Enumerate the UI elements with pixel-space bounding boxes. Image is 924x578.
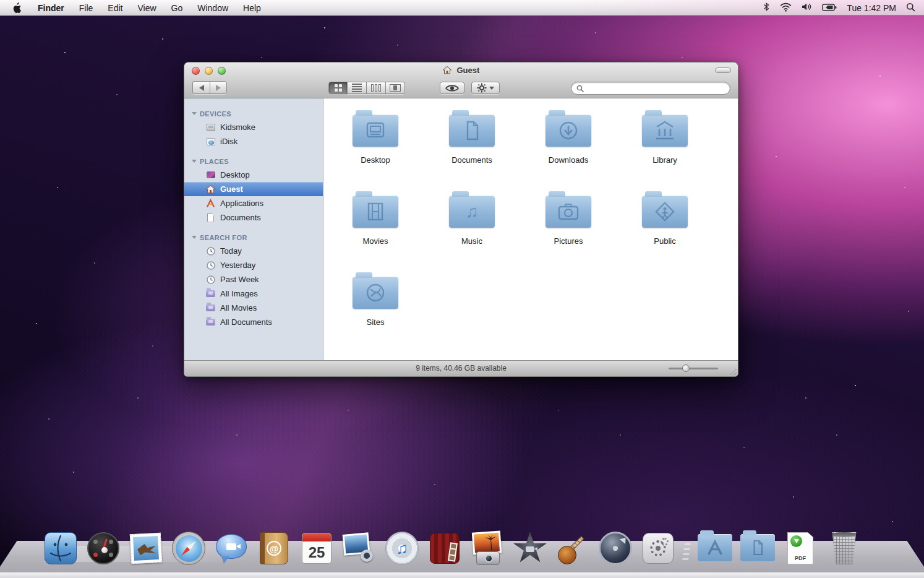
sidebar-item-idisk[interactable]: iDisk — [184, 134, 323, 149]
volume-icon[interactable] — [802, 2, 812, 13]
toolbar-toggle-pill[interactable] — [715, 67, 731, 73]
folder-item-library[interactable]: Library — [617, 107, 713, 188]
window-title: Guest — [184, 66, 738, 75]
sidebar-item-past-week[interactable]: Past Week — [184, 272, 323, 287]
folder-item-downloads[interactable]: Downloads — [520, 107, 617, 188]
folder-item-pictures[interactable]: Pictures — [520, 188, 617, 269]
sidebar-item-all-movies[interactable]: All Movies — [184, 301, 323, 315]
search-icon — [576, 85, 584, 92]
library-glyph-icon — [654, 120, 676, 141]
chevron-down-icon — [489, 87, 494, 90]
dock-trash-icon[interactable] — [826, 531, 863, 566]
sidebar-item-kidsmoke[interactable]: Kidsmoke — [184, 120, 323, 134]
menu-window[interactable]: Window — [190, 0, 236, 16]
forward-arrow-icon — [216, 85, 221, 91]
dock-mail-icon[interactable] — [129, 531, 163, 566]
back-button[interactable] — [192, 81, 210, 94]
menu-finder[interactable]: Finder — [30, 0, 72, 16]
desktop-folder-glyph-icon — [364, 120, 387, 141]
dock-photo-booth-icon[interactable] — [427, 531, 462, 566]
icon-view-button[interactable] — [328, 82, 348, 94]
dock-time-machine-icon[interactable] — [598, 531, 633, 566]
dock-finder-icon[interactable] — [43, 531, 78, 566]
dock-dashboard-icon[interactable] — [86, 531, 121, 566]
clock-icon — [205, 274, 216, 285]
search-field[interactable] — [571, 82, 730, 95]
sidebar-item-all-images[interactable]: All Images — [184, 287, 323, 301]
spotlight-icon[interactable] — [906, 2, 915, 14]
search-input[interactable] — [587, 84, 725, 93]
menu-edit[interactable]: Edit — [100, 0, 130, 16]
dock-system-preferences-icon[interactable] — [641, 531, 675, 566]
dock-pdf-document-icon[interactable]: PDF — [783, 531, 818, 566]
dock-applications-folder-icon[interactable] — [698, 531, 732, 566]
apple-menu-icon[interactable] — [12, 2, 22, 13]
dock-preview-icon[interactable] — [342, 531, 377, 566]
smart-folder-icon — [205, 303, 216, 313]
computer-icon — [205, 122, 216, 132]
status-text: 9 items, 40.46 GB available — [184, 364, 738, 373]
menu-bar: Finder File Edit View Go Window Help Tue… — [0, 0, 924, 16]
home-icon — [443, 66, 451, 74]
sidebar-item-applications[interactable]: Applications — [184, 196, 323, 210]
dock-garageband-icon[interactable] — [555, 531, 590, 566]
folder-item-movies[interactable]: Movies — [327, 188, 424, 269]
dock-ical-icon[interactable]: 25 — [299, 531, 334, 566]
folder-item-documents[interactable]: Documents — [424, 107, 520, 188]
disclosure-triangle-icon[interactable] — [192, 112, 197, 115]
status-bar: 9 items, 40.46 GB available — [184, 360, 738, 376]
sidebar-item-desktop[interactable]: Desktop — [184, 168, 323, 182]
list-view-button[interactable] — [348, 82, 367, 94]
forward-button[interactable] — [210, 81, 227, 94]
public-glyph-icon — [654, 201, 676, 223]
menu-view[interactable]: View — [130, 0, 163, 16]
menu-bar-clock[interactable]: Tue 1:42 PM — [847, 3, 896, 13]
menu-help[interactable]: Help — [236, 0, 268, 16]
finder-window: Guest — [184, 62, 738, 377]
smart-folder-icon — [205, 317, 216, 327]
slider-knob[interactable] — [682, 364, 690, 372]
folder-item-music[interactable]: ♫ Music — [424, 188, 520, 269]
disclosure-triangle-icon[interactable] — [192, 236, 197, 239]
dock-iphoto-icon[interactable] — [470, 531, 505, 566]
desktop-wallpaper: Finder File Edit View Go Window Help Tue… — [0, 0, 924, 578]
dock-separator — [682, 537, 691, 566]
document-glyph-icon — [461, 120, 483, 141]
sidebar-item-all-documents[interactable]: All Documents — [184, 315, 323, 329]
menu-go[interactable]: Go — [164, 0, 190, 16]
dock-itunes-icon[interactable]: ♫ — [385, 531, 419, 566]
dock-ichat-icon[interactable] — [214, 531, 249, 566]
icon-size-slider[interactable] — [669, 368, 718, 369]
bluetooth-icon[interactable] — [763, 2, 770, 14]
sidebar-item-today[interactable]: Today — [184, 244, 323, 258]
action-menu-button[interactable] — [471, 82, 500, 94]
battery-icon[interactable] — [822, 3, 837, 13]
coverflow-view-button[interactable] — [386, 82, 405, 94]
folder-item-desktop[interactable]: Desktop — [327, 107, 424, 188]
music-glyph-icon: ♫ — [466, 203, 479, 220]
wifi-icon[interactable] — [780, 2, 792, 14]
menu-file[interactable]: File — [72, 0, 101, 16]
home-icon — [205, 184, 216, 194]
folder-item-sites[interactable]: Sites — [327, 269, 424, 350]
ical-date: 25 — [302, 541, 331, 563]
clock-icon — [205, 260, 216, 270]
sidebar-item-guest[interactable]: Guest — [184, 182, 323, 196]
coverflow-view-icon — [390, 84, 401, 92]
column-view-button[interactable] — [367, 82, 386, 94]
finder-sidebar: DEVICES Kidsmoke iDisk PLACES Deskt — [184, 98, 323, 360]
quick-look-button[interactable] — [440, 82, 464, 94]
back-arrow-icon — [199, 85, 204, 91]
finder-toolbar — [184, 79, 738, 98]
dock-address-book-icon[interactable]: @ — [257, 531, 291, 566]
list-view-icon — [352, 84, 362, 92]
sidebar-item-yesterday[interactable]: Yesterday — [184, 258, 323, 272]
dock-documents-folder-icon[interactable] — [740, 531, 775, 566]
dock-safari-icon[interactable] — [171, 531, 206, 566]
dock-imovie-icon[interactable] — [513, 531, 547, 566]
folder-item-public[interactable]: Public — [617, 188, 713, 269]
disclosure-triangle-icon[interactable] — [192, 160, 197, 163]
sidebar-item-documents[interactable]: Documents — [184, 210, 323, 225]
window-chrome[interactable]: Guest — [184, 63, 738, 98]
sidebar-section-search-for: SEARCH FOR — [184, 231, 323, 244]
